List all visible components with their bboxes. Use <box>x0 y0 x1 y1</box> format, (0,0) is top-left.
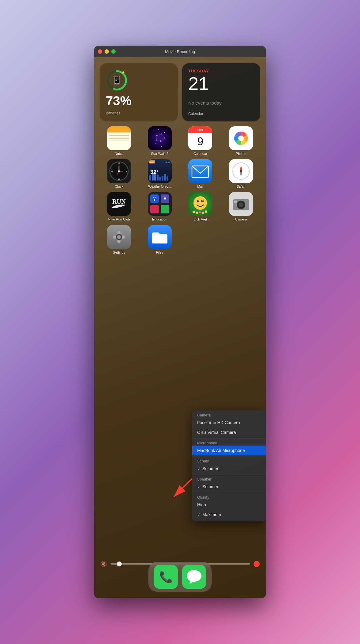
battery-widget-label: Batteries <box>106 111 120 115</box>
close-button[interactable] <box>98 49 102 54</box>
macbook-air-mic-item[interactable]: MacBook Air Microphone <box>192 446 266 455</box>
svg-rect-66 <box>161 205 169 213</box>
svg-point-77 <box>196 212 198 214</box>
svg-point-5 <box>153 131 154 132</box>
facetime-hd-camera-item[interactable]: FaceTime HD Camera <box>192 418 266 427</box>
svg-rect-44 <box>162 176 163 181</box>
app-item-starwalk[interactable]: Star Walk 2 <box>140 126 179 155</box>
messages-icon <box>182 565 206 589</box>
app-grid-row4: Settings <box>100 225 260 254</box>
svg-text:📞: 📞 <box>159 570 173 584</box>
camera-icon <box>229 192 253 216</box>
speaker-solomen-item[interactable]: ✓ Solomen <box>192 482 266 492</box>
svg-point-24 <box>238 136 244 141</box>
notes-line <box>109 138 129 139</box>
cal-icon-top: TUE <box>188 126 212 133</box>
svg-point-9 <box>152 137 153 137</box>
svg-point-12 <box>161 146 162 147</box>
screen-solomen-item[interactable]: ✓ Solomen <box>192 464 266 473</box>
files-label: Files <box>156 251 163 254</box>
starwalk-icon <box>148 126 172 150</box>
app-item-notes[interactable]: Notes <box>100 126 139 155</box>
weather-label: Weatherforec... <box>148 185 171 188</box>
safari-label: Safari <box>236 185 245 188</box>
home-screen: 📱 ⚡ 73% Batteries TUESDAY 21 No events t… <box>94 57 266 598</box>
app-item-photos[interactable]: Photos <box>222 126 261 155</box>
app-item-files[interactable]: Files <box>140 225 179 254</box>
education-label: Education <box>152 217 167 221</box>
notes-inner <box>107 126 131 150</box>
macbook-air-mic-label: MacBook Air Microphone <box>197 448 245 453</box>
weather-svg: PRO 10:30 <box>148 159 172 183</box>
starwalk-svg <box>148 126 172 150</box>
svg-text:⚡: ⚡ <box>121 70 125 75</box>
record-button[interactable] <box>254 561 260 567</box>
quality-maximum-item[interactable]: ✓ Maximum <box>192 510 266 519</box>
app-item-lichviet[interactable]: Lịch Việt <box>181 192 220 221</box>
svg-point-80 <box>205 210 207 213</box>
svg-point-78 <box>199 211 201 213</box>
mail-label: Mail <box>197 185 203 188</box>
svg-text:PRO: PRO <box>150 161 154 163</box>
nike-label: Nike Run Club <box>108 217 130 221</box>
safari-icon <box>229 159 253 183</box>
obs-virtual-camera-item[interactable]: OBS Virtual Camera <box>192 427 266 437</box>
app-item-safari[interactable]: Safari <box>222 159 261 188</box>
app-item-camera[interactable]: Camera <box>222 192 261 221</box>
notes-icon <box>107 126 131 150</box>
lichviet-label: Lịch Việt <box>194 217 207 221</box>
cal-icon-num: 9 <box>197 135 203 148</box>
mail-svg <box>188 159 212 183</box>
education-icon: TUE ♦ ♥ <box>148 192 172 216</box>
calendar-date: 21 <box>188 75 254 93</box>
dock-item-phone[interactable]: 📞 <box>154 565 178 589</box>
notes-label: Notes <box>115 152 124 155</box>
files-icon <box>148 225 172 249</box>
notes-line <box>109 140 129 140</box>
cal-icon-day: TUE <box>197 128 204 131</box>
lichviet-svg <box>188 192 212 216</box>
camera-svg <box>229 192 253 216</box>
dropdown-menu: Camera FaceTime HD Camera OBS Virtual Ca… <box>192 410 266 521</box>
svg-point-76 <box>193 211 195 213</box>
speaker-solomen-label: Solomen <box>202 484 219 489</box>
maximize-button[interactable] <box>111 49 116 54</box>
svg-text:32°: 32° <box>150 169 159 175</box>
battery-widget[interactable]: 📱 ⚡ 73% Batteries <box>100 63 178 121</box>
education-svg: TUE ♦ ♥ <box>148 192 172 216</box>
dock-item-messages[interactable] <box>182 565 206 589</box>
svg-point-79 <box>202 212 204 214</box>
quality-high-item[interactable]: High <box>192 500 266 510</box>
svg-point-71 <box>193 196 207 210</box>
app-item-settings[interactable]: Settings <box>100 225 139 254</box>
app-item-clock[interactable]: 12 3 6 9 Clock <box>100 159 139 188</box>
app-item-weather[interactable]: PRO 10:30 <box>140 159 179 188</box>
svg-point-105 <box>187 570 201 582</box>
quality-high-label: High <box>197 502 206 507</box>
clock-label: Clock <box>115 185 123 188</box>
photos-svg <box>232 129 250 148</box>
svg-text:12: 12 <box>118 162 121 165</box>
camera-section-label: Camera <box>192 411 216 419</box>
app-item-mail[interactable]: Mail <box>181 159 220 188</box>
files-svg <box>148 225 172 249</box>
notes-line <box>109 137 129 137</box>
calendar-widget[interactable]: TUESDAY 21 No events today Calendar <box>182 63 260 121</box>
svg-point-75 <box>202 201 203 201</box>
svg-point-6 <box>158 129 159 130</box>
app-item-calendar[interactable]: TUE 9 Calendar <box>181 126 220 155</box>
screen-solomen-label: Solomen <box>202 466 219 471</box>
quality-max-check: ✓ <box>197 512 201 517</box>
app-item-nike[interactable]: RUN Nike Run Club <box>100 192 139 221</box>
notes-line <box>109 134 129 134</box>
battery-percent: 73% <box>106 94 132 107</box>
notes-line <box>109 135 129 136</box>
svg-point-55 <box>240 170 242 172</box>
obs-virtual-label: OBS Virtual Camera <box>197 430 236 435</box>
mute-icon: 🔇 <box>100 561 107 567</box>
svg-text:6: 6 <box>118 178 120 181</box>
minimize-button[interactable] <box>105 49 109 54</box>
mail-icon <box>188 159 212 183</box>
app-grid-row3: RUN Nike Run Club <box>100 192 260 221</box>
app-item-education[interactable]: TUE ♦ ♥ Education <box>140 192 179 221</box>
